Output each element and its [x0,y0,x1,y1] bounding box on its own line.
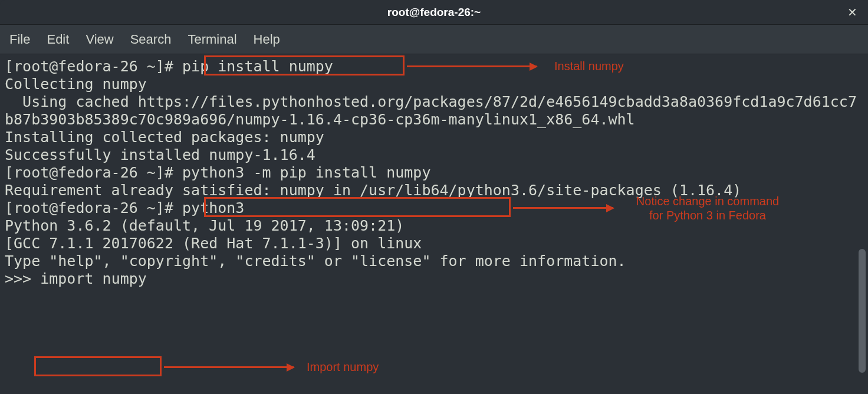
annotation-arrow-3 [164,366,294,368]
menubar: File Edit View Search Terminal Help [0,25,868,54]
annotation-box-import [34,356,162,376]
out-installing: Installing collected packages: numpy [5,129,324,146]
annotation-label-import: Import numpy [307,360,379,374]
menu-search[interactable]: Search [130,32,172,47]
window-titlebar: root@fedora-26:~ ✕ [0,0,868,25]
prompt-1: [root@fedora-26 ~]# [5,58,182,75]
terminal-content[interactable]: [root@fedora-26 ~]# pip install numpy Co… [0,54,868,394]
out-req-satisfied: Requirement already satisfied: numpy in … [5,182,741,199]
cmd-python3-pip: python3 -m pip install numpy [182,164,430,181]
cmd-pip-install: pip install numpy [182,58,333,75]
terminal-output: [root@fedora-26 ~]# pip install numpy Co… [5,58,863,288]
out-collecting: Collecting numpy [5,75,147,93]
py-import-numpy: import numpy [40,270,147,287]
close-icon[interactable]: ✕ [847,5,857,19]
window-title: root@fedora-26:~ [387,6,481,19]
prompt-3: [root@fedora-26 ~]# [5,199,182,216]
menu-help[interactable]: Help [254,32,280,47]
out-success: Successfully installed numpy-1.16.4 [5,146,315,163]
terminal-window: root@fedora-26:~ ✕ File Edit View Search… [0,0,868,394]
menu-file[interactable]: File [9,32,30,47]
out-pyver: Python 3.6.2 (default, Jul 19 2017, 13:0… [5,217,413,234]
menu-view[interactable]: View [86,32,113,47]
prompt-2: [root@fedora-26 ~]# [5,164,182,181]
menu-edit[interactable]: Edit [47,32,69,47]
menu-terminal[interactable]: Terminal [188,32,236,47]
py-prompt: >>> [5,270,40,287]
out-help: Type "help", "copyright", "credits" or "… [5,252,626,270]
cmd-python3: python3 [182,199,244,216]
out-gcc: [GCC 7.1.1 20170622 (Red Hat 7.1.1-3)] o… [5,235,422,252]
out-cached: Using cached https://files.pythonhosted.… [5,93,857,128]
